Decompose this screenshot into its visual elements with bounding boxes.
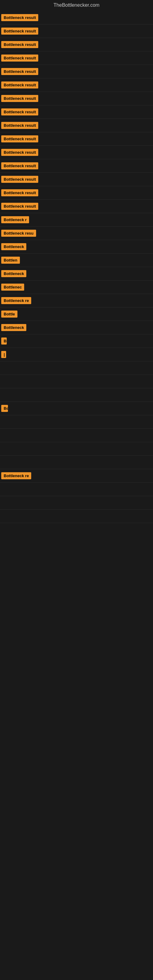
bottleneck-result-badge[interactable]: Bo <box>1 405 8 412</box>
bottleneck-result-badge[interactable]: Bottleneck result <box>1 81 38 89</box>
bottleneck-result-badge[interactable]: Bottleneck result <box>1 135 38 142</box>
list-item: Bottlenec <box>0 280 153 294</box>
site-title: TheBottlenecker.com <box>0 0 153 11</box>
list-item: Bottleneck re <box>0 294 153 307</box>
list-item <box>0 483 153 496</box>
bottleneck-result-badge[interactable]: | <box>1 351 6 358</box>
list-item: Bottleneck result <box>0 132 153 146</box>
list-item: | <box>0 348 153 361</box>
bottleneck-result-badge[interactable]: Bottlenec <box>1 283 24 291</box>
list-item: Bottleneck result <box>0 24 153 38</box>
list-item: Bottleneck result <box>0 146 153 159</box>
list-item: Bottlen <box>0 254 153 267</box>
list-item: Bottleneck result <box>0 65 153 78</box>
list-item: Bottle <box>0 307 153 321</box>
bottleneck-result-badge[interactable]: Bottleneck <box>1 270 26 277</box>
bottleneck-result-badge[interactable]: B <box>1 337 7 345</box>
bottleneck-result-badge[interactable]: Bottleneck result <box>1 95 38 102</box>
bottleneck-result-badge[interactable]: Bottleneck result <box>1 68 38 75</box>
list-item: Bottleneck result <box>0 173 153 186</box>
list-item: Bottleneck result <box>0 92 153 105</box>
list-item: Bottleneck <box>0 240 153 254</box>
bottleneck-result-badge[interactable]: Bottleneck result <box>1 149 38 156</box>
list-item: Bottleneck result <box>0 200 153 213</box>
list-item: Bottleneck result <box>0 119 153 132</box>
bottleneck-result-badge[interactable]: Bottleneck result <box>1 27 38 35</box>
bottleneck-result-badge[interactable]: Bottle <box>1 310 18 318</box>
bottleneck-result-badge[interactable]: Bottleneck r <box>1 216 29 223</box>
bottleneck-result-badge[interactable]: Bottlen <box>1 257 20 264</box>
list-item <box>0 429 153 442</box>
list-item <box>0 456 153 469</box>
list-item <box>0 442 153 456</box>
list-item: Bottleneck result <box>0 186 153 200</box>
bottleneck-result-badge[interactable]: Bottleneck result <box>1 14 38 21</box>
list-item <box>0 496 153 510</box>
bottleneck-result-badge[interactable]: Bottleneck result <box>1 41 38 48</box>
list-item <box>0 388 153 402</box>
bottleneck-result-badge[interactable]: Bottleneck result <box>1 189 38 196</box>
list-item: Bottleneck result <box>0 159 153 173</box>
bottleneck-result-badge[interactable]: Bottleneck <box>1 243 26 250</box>
bottleneck-result-badge[interactable]: Bottleneck resu <box>1 230 36 237</box>
bottleneck-result-badge[interactable]: Bottleneck result <box>1 176 38 183</box>
bottleneck-result-badge[interactable]: Bottleneck result <box>1 122 38 129</box>
list-item: Bottleneck resu <box>0 227 153 240</box>
bottleneck-result-badge[interactable]: Bottleneck result <box>1 162 38 169</box>
list-item <box>0 375 153 388</box>
list-item: Bottleneck result <box>0 105 153 119</box>
bottleneck-result-badge[interactable]: Bottleneck <box>1 324 26 331</box>
list-item <box>0 415 153 429</box>
bottleneck-result-badge[interactable]: Bottleneck result <box>1 108 38 115</box>
bottleneck-result-badge[interactable]: Bottleneck re <box>1 472 31 479</box>
list-item: Bottleneck result <box>0 51 153 65</box>
list-item <box>0 510 153 523</box>
list-item: Bottleneck re <box>0 469 153 483</box>
list-item: Bottleneck result <box>0 11 153 24</box>
bottleneck-result-badge[interactable]: Bottleneck result <box>1 54 38 62</box>
list-item: B <box>0 334 153 348</box>
bottleneck-result-badge[interactable]: Bottleneck result <box>1 203 38 210</box>
list-item: Bottleneck result <box>0 38 153 51</box>
bottleneck-result-badge[interactable]: Bottleneck re <box>1 297 31 304</box>
list-item <box>0 361 153 375</box>
list-item: Bottleneck result <box>0 78 153 92</box>
list-item: Bo <box>0 402 153 415</box>
list-item: Bottleneck <box>0 321 153 334</box>
list-item: Bottleneck <box>0 267 153 280</box>
list-item: Bottleneck r <box>0 213 153 227</box>
